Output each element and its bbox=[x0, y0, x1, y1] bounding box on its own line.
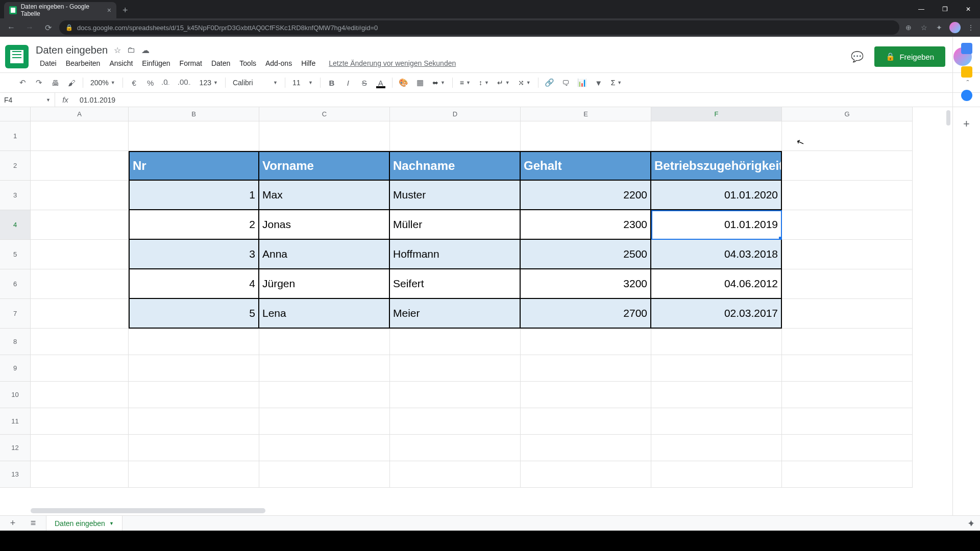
percent-button[interactable]: % bbox=[143, 76, 158, 90]
undo-button[interactable]: ↶ bbox=[15, 76, 30, 90]
row-header-13[interactable]: 13 bbox=[0, 461, 31, 488]
comment-button[interactable]: 🗨 bbox=[559, 76, 573, 90]
row-header-3[interactable]: 3 bbox=[0, 181, 31, 210]
cell-B10[interactable] bbox=[129, 382, 259, 408]
cell-C13[interactable] bbox=[259, 461, 390, 488]
cell-C4[interactable]: Jonas bbox=[259, 210, 390, 240]
cell-F2[interactable]: Betriebszugehörigkeit bbox=[651, 151, 782, 181]
menu-bearbeiten[interactable]: Bearbeiten bbox=[62, 57, 105, 69]
font-size-select[interactable]: 11▼ bbox=[289, 76, 316, 89]
calendar-icon[interactable] bbox=[961, 43, 972, 54]
column-header-D[interactable]: D bbox=[390, 107, 521, 121]
cell-E12[interactable] bbox=[521, 435, 651, 461]
merge-cells-button[interactable]: ⬌▼ bbox=[429, 76, 448, 89]
cell-D13[interactable] bbox=[390, 461, 521, 488]
column-header-F[interactable]: F bbox=[651, 107, 782, 121]
last-edit-link[interactable]: Letzte Änderung vor wenigen Sekunden bbox=[329, 59, 456, 67]
cell-C11[interactable] bbox=[259, 408, 390, 435]
row-header-9[interactable]: 9 bbox=[0, 355, 31, 382]
cell-D11[interactable] bbox=[390, 408, 521, 435]
cell-E5[interactable]: 2500 bbox=[521, 240, 651, 269]
cell-A8[interactable] bbox=[31, 329, 129, 355]
menu-datei[interactable]: Datei bbox=[36, 57, 61, 69]
strikethrough-button[interactable]: S bbox=[357, 76, 372, 90]
keep-icon[interactable] bbox=[961, 66, 972, 78]
cell-G2[interactable] bbox=[782, 151, 913, 181]
cell-F13[interactable] bbox=[651, 461, 782, 488]
borders-button[interactable]: ▦ bbox=[413, 76, 427, 90]
cell-A3[interactable] bbox=[31, 181, 129, 210]
share-button[interactable]: 🔒 Freigeben bbox=[874, 46, 945, 67]
print-button[interactable]: 🖶 bbox=[48, 76, 62, 90]
row-header-1[interactable]: 1 bbox=[0, 121, 31, 151]
functions-button[interactable]: Σ▼ bbox=[608, 76, 625, 89]
paint-format-button[interactable]: 🖌 bbox=[64, 76, 79, 90]
decrease-decimals-button[interactable]: .0← bbox=[160, 76, 174, 90]
cell-E10[interactable] bbox=[521, 382, 651, 408]
fill-color-button[interactable]: 🎨 bbox=[397, 76, 411, 90]
cell-B13[interactable] bbox=[129, 461, 259, 488]
cell-G5[interactable] bbox=[782, 240, 913, 269]
increase-decimals-button[interactable]: .00→ bbox=[176, 76, 194, 90]
row-header-10[interactable]: 10 bbox=[0, 382, 31, 408]
v-align-button[interactable]: ↕▼ bbox=[476, 76, 492, 89]
cell-C2[interactable]: Vorname bbox=[259, 151, 390, 181]
menu-addons[interactable]: Add-ons bbox=[261, 57, 296, 69]
cell-F4[interactable]: 01.01.2019 bbox=[651, 210, 782, 240]
cell-C5[interactable]: Anna bbox=[259, 240, 390, 269]
cell-B6[interactable]: 4 bbox=[129, 269, 259, 299]
text-color-button[interactable]: A bbox=[374, 76, 388, 90]
all-sheets-button[interactable]: ≡ bbox=[26, 517, 41, 530]
cell-B2[interactable]: Nr bbox=[129, 151, 259, 181]
sheets-logo-icon[interactable] bbox=[5, 45, 29, 68]
redo-button[interactable]: ↷ bbox=[32, 76, 46, 90]
cell-F1[interactable] bbox=[651, 121, 782, 151]
cell-E7[interactable]: 2700 bbox=[521, 299, 651, 329]
close-tab-icon[interactable]: × bbox=[107, 6, 111, 14]
menu-daten[interactable]: Daten bbox=[207, 57, 234, 69]
cell-D4[interactable]: Müller bbox=[390, 210, 521, 240]
menu-hilfe[interactable]: Hilfe bbox=[297, 57, 320, 69]
name-box[interactable]: F4▼ bbox=[0, 93, 55, 107]
cell-B12[interactable] bbox=[129, 435, 259, 461]
horizontal-scrollbar[interactable] bbox=[31, 508, 265, 513]
extensions-icon[interactable]: ✦ bbox=[934, 22, 944, 33]
comments-icon[interactable]: 💬 bbox=[848, 47, 866, 66]
close-window-button[interactable]: ✕ bbox=[957, 0, 980, 18]
row-header-12[interactable]: 12 bbox=[0, 435, 31, 461]
profile-avatar-icon[interactable] bbox=[949, 22, 961, 33]
cell-F3[interactable]: 01.01.2020 bbox=[651, 181, 782, 210]
filter-button[interactable]: ▼ bbox=[592, 76, 606, 90]
cell-A6[interactable] bbox=[31, 269, 129, 299]
row-header-11[interactable]: 11 bbox=[0, 408, 31, 435]
cloud-status-icon[interactable]: ☁ bbox=[141, 45, 150, 55]
row-header-2[interactable]: 2 bbox=[0, 151, 31, 181]
cell-A12[interactable] bbox=[31, 435, 129, 461]
move-document-icon[interactable]: 🗀 bbox=[127, 45, 135, 55]
document-title[interactable]: Daten eingeben bbox=[36, 44, 108, 56]
cell-F8[interactable] bbox=[651, 329, 782, 355]
add-addon-icon[interactable]: + bbox=[963, 117, 970, 131]
currency-button[interactable]: € bbox=[127, 76, 141, 90]
sheet-tab-active[interactable]: Daten eingeben ▼ bbox=[46, 515, 122, 531]
font-select[interactable]: Calibri▼ bbox=[230, 76, 281, 89]
cell-D7[interactable]: Meier bbox=[390, 299, 521, 329]
row-header-8[interactable]: 8 bbox=[0, 329, 31, 355]
cell-D5[interactable]: Hoffmann bbox=[390, 240, 521, 269]
formula-input[interactable]: 01.01.2019 bbox=[76, 96, 980, 104]
add-sheet-button[interactable]: + bbox=[5, 517, 20, 530]
cell-B4[interactable]: 2 bbox=[129, 210, 259, 240]
cell-E6[interactable]: 3200 bbox=[521, 269, 651, 299]
zoom-icon[interactable]: ⊕ bbox=[903, 22, 914, 33]
more-formats-select[interactable]: 123▼ bbox=[197, 76, 221, 89]
cell-E8[interactable] bbox=[521, 329, 651, 355]
cell-A1[interactable] bbox=[31, 121, 129, 151]
cell-G11[interactable] bbox=[782, 408, 913, 435]
cell-A10[interactable] bbox=[31, 382, 129, 408]
italic-button[interactable]: I bbox=[341, 76, 355, 90]
cell-D6[interactable]: Seifert bbox=[390, 269, 521, 299]
bold-button[interactable]: B bbox=[325, 76, 339, 90]
column-header-C[interactable]: C bbox=[259, 107, 390, 121]
cell-A2[interactable] bbox=[31, 151, 129, 181]
cell-B3[interactable]: 1 bbox=[129, 181, 259, 210]
